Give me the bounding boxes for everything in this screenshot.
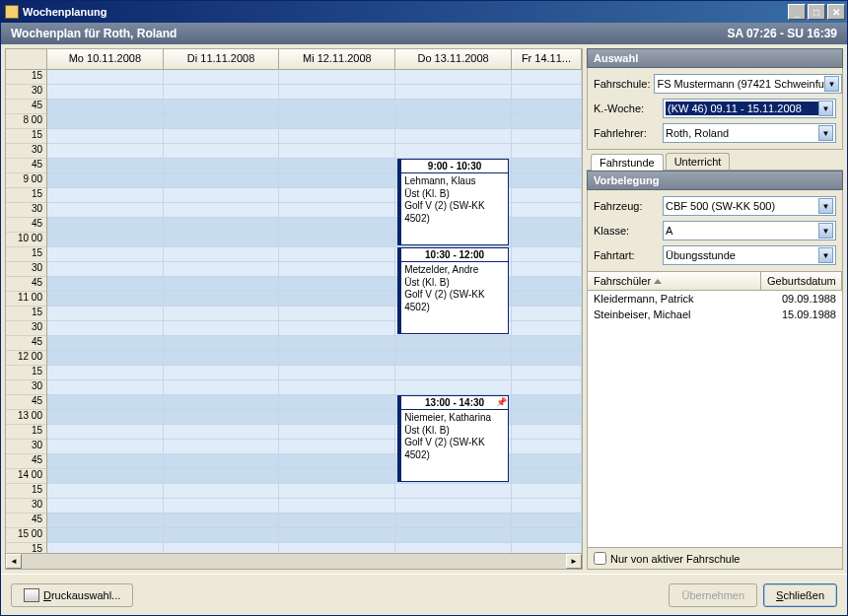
uebernehmen-button[interactable]: Übernehmen (669, 583, 757, 607)
appointment[interactable]: 13:00 - 14:30📌Niemeier, KatharinaÜst (Kl… (397, 395, 509, 482)
chevron-down-icon: ▼ (818, 101, 833, 116)
chevron-down-icon: ▼ (818, 198, 833, 214)
kwoche-select[interactable]: (KW 46) 09.11 - 15.11.2008 ▼ (663, 99, 836, 118)
day-header[interactable]: Mo 10.11.2008 (47, 49, 164, 69)
day-header[interactable]: Mi 12.11.2008 (279, 49, 395, 69)
print-selection-button[interactable]: Druckauswahl... (11, 583, 133, 607)
time-label: 30 (6, 85, 46, 100)
chevron-down-icon: ▼ (818, 223, 833, 239)
day-header[interactable]: Fr 14.11... (512, 49, 582, 69)
sort-asc-icon (654, 279, 662, 284)
time-label: 45 (6, 218, 46, 233)
tabs: Fahrstunde Unterricht (587, 150, 843, 171)
time-label: 13 00 (6, 410, 46, 425)
tab-unterricht[interactable]: Unterricht (666, 153, 731, 170)
student-row[interactable]: Kleidermann, Patrick09.09.1988 (588, 291, 842, 307)
h-scrollbar[interactable]: ◄ ► (6, 553, 582, 569)
time-column: 1530458 001530459 0015304510 0015304511 … (6, 70, 47, 553)
student-list[interactable]: Kleidermann, Patrick09.09.1988Steinbeise… (587, 291, 843, 548)
time-label: 15 00 (6, 528, 46, 543)
vorbelegung-heading: Vorbelegung (587, 171, 843, 190)
kwoche-label: K.-Woche: (594, 103, 659, 114)
fahrzeug-select[interactable]: CBF 500 (SW-KK 500) ▼ (663, 196, 836, 216)
time-label: 45 (6, 159, 46, 173)
printer-icon (24, 588, 39, 602)
klasse-label: Klasse: (594, 225, 659, 237)
time-label: 15 (6, 129, 46, 144)
auswahl-heading: Auswahl (587, 48, 843, 68)
fahrzeug-label: Fahrzeug: (594, 200, 659, 212)
active-school-only-checkbox[interactable] (594, 552, 606, 565)
maximize-button[interactable]: □ (808, 4, 825, 20)
day-grid[interactable]: 9:00 - 10:30Lehmann, KlausÜst (Kl. B)Gol… (47, 70, 582, 553)
day-header[interactable]: Do 13.11.2008 (395, 49, 512, 69)
time-label: 45 (6, 336, 46, 351)
time-label: 15 (6, 247, 46, 262)
time-label: 14 00 (6, 469, 46, 484)
window-title: Wochenplanung (23, 6, 106, 18)
time-label: 15 (6, 307, 46, 321)
time-label: 45 (6, 100, 46, 114)
time-label: 9 00 (6, 173, 46, 188)
time-label: 15 (6, 70, 46, 85)
fahrschule-label: Fahrschule: (594, 78, 650, 90)
chevron-down-icon: ▼ (818, 247, 833, 263)
chevron-down-icon: ▼ (824, 76, 839, 92)
fahrschule-select[interactable]: FS Mustermann (97421 Schweinfu ▼ (654, 74, 841, 94)
time-label: 10 00 (6, 233, 46, 247)
subtitle-bar: Wochenplan für Roth, Roland SA 07:26 - S… (1, 23, 847, 44)
time-label: 15 (6, 484, 46, 499)
klasse-select[interactable]: A ▼ (663, 221, 836, 240)
student-list-header[interactable]: Fahrschüler Geburtsdatum (587, 272, 843, 291)
time-label: 45 (6, 513, 46, 528)
calendar: Mo 10.11.2008Di 11.11.2008Mi 12.11.2008D… (5, 48, 583, 570)
fahrtart-select[interactable]: Übungsstunde ▼ (663, 245, 836, 265)
titlebar: Wochenplanung _ □ ✕ (1, 1, 847, 23)
time-label: 15 (6, 366, 46, 380)
calendar-header: Mo 10.11.2008Di 11.11.2008Mi 12.11.2008D… (6, 49, 582, 70)
plan-title: Wochenplan für Roth, Roland (11, 27, 177, 40)
time-label: 30 (6, 321, 46, 336)
day-header[interactable]: Di 11.11.2008 (164, 49, 280, 69)
pin-icon: 📌 (496, 397, 506, 407)
fahrtart-label: Fahrtart: (594, 249, 659, 261)
time-label: 30 (6, 262, 46, 277)
tab-fahrstunde[interactable]: Fahrstunde (591, 154, 664, 171)
time-label: 11 00 (6, 292, 46, 307)
time-label: 45 (6, 277, 46, 292)
active-school-only-label: Nur von aktiver Fahrschule (610, 553, 740, 565)
day-column[interactable] (279, 70, 395, 553)
time-label: 30 (6, 144, 46, 159)
day-column[interactable] (47, 70, 164, 553)
window: Wochenplanung _ □ ✕ Wochenplan für Roth,… (0, 0, 848, 616)
schliessen-button[interactable]: Schließen (763, 583, 837, 607)
fahrlehrer-select[interactable]: Roth, Roland ▼ (663, 123, 836, 143)
minimize-button[interactable]: _ (788, 4, 806, 20)
chevron-down-icon: ▼ (818, 125, 833, 141)
time-label: 15 (6, 543, 46, 553)
day-column[interactable] (164, 70, 280, 553)
time-label: 45 (6, 395, 46, 410)
time-label: 15 (6, 188, 46, 203)
scroll-left-button[interactable]: ◄ (6, 554, 22, 569)
button-bar: Druckauswahl... Übernehmen Schließen (1, 574, 847, 615)
time-label: 30 (6, 380, 46, 395)
day-column[interactable]: 9:00 - 10:30Lehmann, KlausÜst (Kl. B)Gol… (395, 70, 512, 553)
student-row[interactable]: Steinbeiser, Michael15.09.1988 (588, 307, 842, 322)
time-label: 8 00 (6, 114, 46, 129)
sun-times: SA 07:26 - SU 16:39 (727, 27, 837, 40)
time-label: 30 (6, 440, 46, 454)
day-column[interactable] (512, 70, 582, 553)
scroll-right-button[interactable]: ► (566, 554, 582, 569)
close-button[interactable]: ✕ (827, 4, 845, 20)
appointment[interactable]: 10:30 - 12:00Metzelder, AndreÜst (Kl. B)… (397, 247, 509, 334)
col-geburtsdatum: Geburtsdatum (761, 272, 842, 290)
fahrlehrer-label: Fahrlehrer: (594, 127, 659, 139)
time-label: 45 (6, 454, 46, 469)
time-label: 30 (6, 499, 46, 513)
app-icon (5, 5, 19, 19)
time-label: 15 (6, 425, 46, 440)
time-label: 30 (6, 203, 46, 218)
col-fahrschueler: Fahrschüler (594, 275, 651, 287)
appointment[interactable]: 9:00 - 10:30Lehmann, KlausÜst (Kl. B)Gol… (397, 159, 509, 245)
